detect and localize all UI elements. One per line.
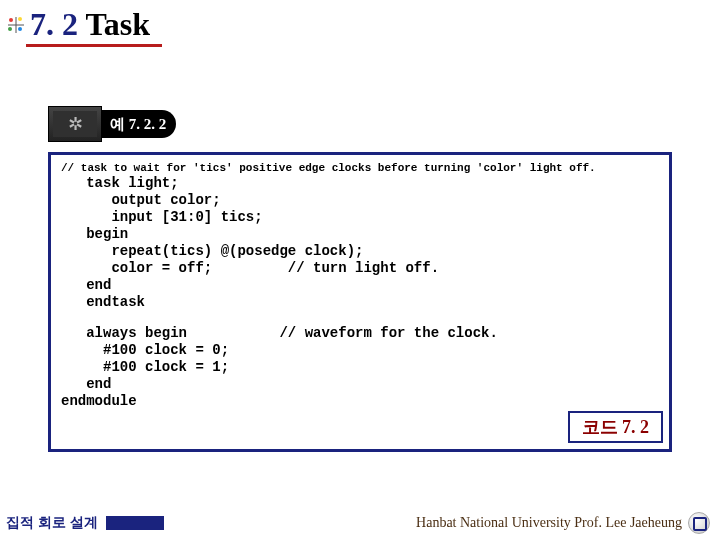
code-top-comment: // task to wait for 'tics' positive edge… — [61, 161, 659, 175]
code-block-always: always begin // waveform for the clock. … — [61, 325, 659, 410]
title-text: 7. 2 Task — [30, 6, 150, 43]
example-number: 예 7. 2. 2 — [102, 110, 176, 138]
title-number: 7. 2 — [30, 6, 78, 42]
footer-course-title: 집적 회로 설계 — [6, 514, 98, 532]
code-label: 코드 7. 2 — [568, 411, 664, 443]
footer-attribution: Hanbat National University Prof. Lee Jae… — [416, 515, 682, 531]
example-tag: ✲ 예 7. 2. 2 — [48, 106, 176, 142]
example-icon: ✲ — [48, 106, 102, 142]
footer-divider-bar — [106, 516, 164, 530]
svg-point-0 — [9, 18, 13, 22]
footer-right: Hanbat National University Prof. Lee Jae… — [416, 512, 710, 534]
university-logo-icon — [688, 512, 710, 534]
title-underline — [26, 44, 162, 47]
title-word: Task — [78, 6, 150, 42]
slide-title: 7. 2 Task — [6, 6, 150, 43]
code-block-task: task light; output color; input [31:0] t… — [61, 175, 659, 311]
code-frame: // task to wait for 'tics' positive edge… — [48, 152, 672, 452]
svg-point-1 — [18, 17, 22, 21]
svg-point-2 — [8, 27, 12, 31]
svg-point-3 — [18, 27, 22, 31]
title-bullet-icon — [6, 15, 26, 35]
footer-left: 집적 회로 설계 — [6, 514, 164, 532]
